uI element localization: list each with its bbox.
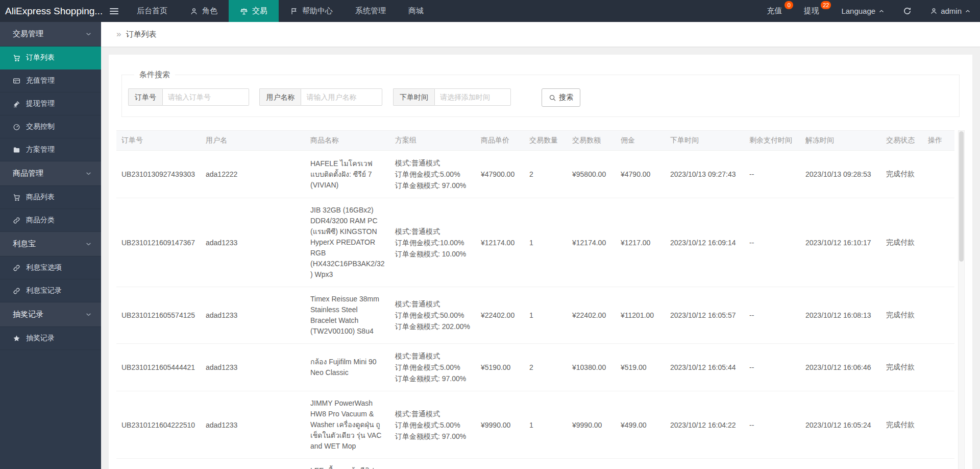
cell-order-no: UB2310121609147367 xyxy=(116,198,201,287)
nav-item-roles[interactable]: 角色 xyxy=(179,0,229,22)
item-label: 商品分类 xyxy=(26,216,55,225)
sidebar-item-withdraw-management[interactable]: 提现管理 xyxy=(0,92,101,115)
sidebar-item-product-category[interactable]: 商品分类 xyxy=(0,209,101,232)
order-time-input[interactable] xyxy=(434,88,511,106)
cell-product: LEE เสื้อคลุมฮู้ดมีซิปผู้ชาย / ผู้หญิง ร… xyxy=(305,459,390,469)
withdraw-button[interactable]: 提现 22 xyxy=(794,0,832,22)
table-row: UB2310121609147367 adad1233 JIB 32GB (16… xyxy=(116,198,954,287)
topbar: AliExpress Shopping... 后台首页 角色 交易 帮助中心 系… xyxy=(0,0,980,22)
cell-amount: ¥10380.00 xyxy=(567,344,616,391)
nav-item-dashboard[interactable]: 后台首页 xyxy=(126,0,179,22)
item-label: 商品列表 xyxy=(26,193,55,202)
sidebar-group-trade-management[interactable]: 交易管理 xyxy=(0,22,101,46)
cell-username: adad1233 xyxy=(201,344,305,391)
order-time-field-group: 下单时间 xyxy=(393,88,511,106)
cell-unit-price: ¥999.00 xyxy=(476,459,524,469)
cell-qty: 1 xyxy=(524,198,567,287)
scheme-commission-mode: 订单佣金模式:5.00% xyxy=(395,419,471,431)
cell-unit-price: ¥12174.00 xyxy=(476,198,524,287)
username-input[interactable] xyxy=(301,88,382,106)
nav-item-help-center[interactable]: 帮助中心 xyxy=(279,0,344,22)
table-scrollbar[interactable] xyxy=(958,130,965,469)
item-label: 交易控制 xyxy=(26,122,55,131)
cell-product: กล้อง Fujifilm Mini 90 Neo Classic xyxy=(305,344,390,391)
sidebar-group-product-management[interactable]: 商品管理 xyxy=(0,161,101,186)
table-row: UB2310121604222510 adad1233 JIMMY PowerW… xyxy=(116,391,954,459)
scheme-amount-mode: 订单金额模式: 97.00% xyxy=(395,431,471,442)
cell-remaining: -- xyxy=(744,391,800,459)
refresh-button[interactable] xyxy=(894,0,921,22)
cell-status: 完成付款 xyxy=(881,151,923,198)
scheme-commission-mode: 订单佣金模式:5.00% xyxy=(395,362,471,373)
sidebar: 交易管理 订单列表 充值管理 提现管理 交易控制 方案管理 商品管理 商品列表 … xyxy=(0,22,101,469)
scheme-amount-mode: 订单金额模式: 97.00% xyxy=(395,373,471,384)
sidebar-item-order-list[interactable]: 订单列表 xyxy=(0,46,101,69)
cell-actions xyxy=(923,344,954,391)
item-label: 抽奖记录 xyxy=(26,334,55,343)
person-icon xyxy=(930,7,938,15)
nav-item-trade[interactable]: 交易 xyxy=(229,0,279,22)
item-label: 订单列表 xyxy=(26,53,55,62)
cell-status: 完成付款 xyxy=(881,344,923,391)
scheme-mode: 模式:普通模式 xyxy=(395,298,471,310)
scheme-amount-mode: 订单金额模式: 202.00% xyxy=(395,321,471,332)
sidebar-group-interest-treasure[interactable]: 利息宝 xyxy=(0,232,101,256)
cell-status: 完成付款 xyxy=(881,391,923,459)
withdraw-badge: 22 xyxy=(821,1,831,9)
sidebar-group-lottery-records[interactable]: 抽奖记录 xyxy=(0,302,101,327)
col-actions: 操作 xyxy=(923,131,954,151)
cart-icon xyxy=(13,194,20,201)
nav-label: 后台首页 xyxy=(137,6,167,16)
order-no-field-group: 订单号 xyxy=(128,88,249,106)
col-qty: 交易数量 xyxy=(524,131,567,151)
gavel-icon xyxy=(13,100,20,108)
cell-remaining: -- xyxy=(744,459,800,469)
sidebar-item-trade-control[interactable]: 交易控制 xyxy=(0,115,101,138)
scheme-mode: 模式:普通模式 xyxy=(395,157,471,169)
cell-unfreeze-time: 2023/10/13 09:28:53 xyxy=(800,151,881,198)
main-content: » 订单列表 条件搜索 订单号 用户名称 下单时间 xyxy=(101,0,980,469)
nav-item-system[interactable]: 系统管理 xyxy=(344,0,397,22)
col-trade-status: 交易状态 xyxy=(881,131,923,151)
col-remaining-pay-time: 剩余支付时间 xyxy=(744,131,800,151)
orders-table-wrap: 订单号 用户名 商品名称 方案组 商品单价 交易数量 交易数额 佣金 下单时间 … xyxy=(116,130,965,469)
cell-unit-price: ¥9990.00 xyxy=(476,391,524,459)
sidebar-item-lottery-records[interactable]: 抽奖记录 xyxy=(0,327,101,350)
cell-actions xyxy=(923,391,954,459)
cell-commission: ¥519.00 xyxy=(616,344,665,391)
search-button[interactable]: 搜索 xyxy=(542,88,580,107)
table-header-row: 订单号 用户名 商品名称 方案组 商品单价 交易数量 交易数额 佣金 下单时间 … xyxy=(116,131,954,151)
language-menu[interactable]: Language xyxy=(832,0,894,22)
nav-label: 交易 xyxy=(252,6,267,16)
sidebar-item-interest-records[interactable]: 利息宝记录 xyxy=(0,279,101,302)
cell-status: 完成付款 xyxy=(881,287,923,344)
breadcrumb-caret-icon: » xyxy=(116,29,121,39)
group-label: 商品管理 xyxy=(13,169,43,178)
order-no-label: 订单号 xyxy=(128,88,162,106)
recharge-button[interactable]: 充值 0 xyxy=(757,0,794,22)
withdraw-label: 提现 xyxy=(803,6,819,16)
search-panel: 条件搜索 订单号 用户名称 下单时间 搜索 xyxy=(121,70,960,117)
cell-username: adad1233 xyxy=(201,459,305,469)
sidebar-item-product-list[interactable]: 商品列表 xyxy=(0,186,101,209)
cell-unfreeze-time: 2023/10/12 16:06:46 xyxy=(800,344,881,391)
nav-item-mall[interactable]: 商城 xyxy=(397,0,435,22)
scrollbar-thumb[interactable] xyxy=(959,131,964,262)
cell-commission: ¥499.00 xyxy=(616,391,665,459)
user-menu[interactable]: admin xyxy=(921,0,980,22)
cell-username: adad1233 xyxy=(201,198,305,287)
cell-scheme: 模式:普通模式 订单佣金模式:10.00% 订单金额模式: 10.00% xyxy=(390,459,476,469)
nav-label: 商城 xyxy=(408,6,424,16)
item-label: 方案管理 xyxy=(26,145,55,154)
sidebar-item-interest-options[interactable]: 利息宝选项 xyxy=(0,256,101,279)
sidebar-toggle-button[interactable] xyxy=(102,0,126,22)
cell-commission: ¥1217.00 xyxy=(616,198,665,287)
sidebar-item-recharge-management[interactable]: 充值管理 xyxy=(0,69,101,92)
cell-qty: 1 xyxy=(524,459,567,469)
scheme-amount-mode: 订单金额模式: 97.00% xyxy=(395,180,471,191)
order-no-input[interactable] xyxy=(162,88,249,106)
col-unit-price: 商品单价 xyxy=(476,131,524,151)
sidebar-item-scheme-management[interactable]: 方案管理 xyxy=(0,138,101,161)
group-label: 交易管理 xyxy=(13,29,43,39)
scheme-commission-mode: 订单佣金模式:5.00% xyxy=(395,169,471,180)
